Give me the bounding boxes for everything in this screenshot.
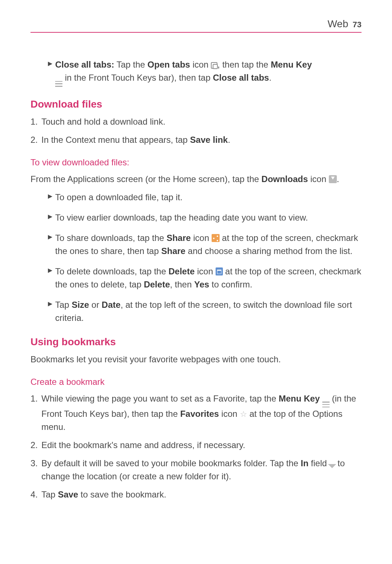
close-all-tabs-action: Close all tabs: [213, 73, 269, 82]
t: By default it will be saved to your mobi…: [41, 458, 301, 468]
t: .: [269, 73, 271, 82]
step-text: While viewing the page you want to set a…: [41, 392, 362, 434]
view-downloaded-heading: To view downloaded files:: [30, 157, 362, 168]
menu-key-label: Menu Key: [271, 60, 312, 69]
header-section: Web: [327, 18, 348, 30]
bookmark-step-2: 2. Edit the bookmark's name and address,…: [30, 439, 362, 452]
save-label: Save: [58, 490, 78, 499]
t: Tap: [41, 490, 58, 499]
bullet-marker-icon: ▶: [48, 265, 55, 291]
close-tabs-text: Close all tabs: Tap the Open tabs icon ,…: [55, 58, 362, 87]
bookmark-step-3: 3. By default it will be saved to your m…: [30, 457, 362, 483]
menu-key-label-2: Menu Key: [279, 394, 320, 403]
step-text: Edit the bookmark's name and address, if…: [41, 439, 362, 452]
share-label: Share: [167, 233, 191, 243]
bookmark-step-1: 1. While viewing the page you want to se…: [30, 392, 362, 434]
t: .: [337, 174, 339, 184]
t: Tap Size or Date, at the top left of the…: [55, 298, 362, 325]
star-icon: ☆: [240, 410, 247, 419]
bullet-marker-icon: ▶: [48, 191, 55, 204]
using-bookmarks-heading: Using bookmarks: [30, 336, 362, 348]
create-bookmark-steps: 1. While viewing the page you want to se…: [30, 392, 362, 501]
t: To share downloads, tap the: [55, 233, 167, 243]
header-page-number: 73: [353, 20, 362, 29]
share-icon: [212, 234, 220, 242]
t: icon: [195, 266, 215, 276]
view-downloaded-bullets: ▶ To open a downloaded file, tap it. ▶ T…: [48, 191, 362, 325]
t: To view earlier downloads, tap the headi…: [55, 211, 362, 224]
t: Tap the: [114, 60, 148, 69]
t: icon: [190, 60, 211, 69]
t: icon: [308, 174, 328, 184]
bullet-share: ▶ To share downloads, tap the Share icon…: [48, 231, 362, 258]
t: icon: [191, 233, 212, 243]
num: 2.: [30, 439, 41, 452]
step-text: Tap Save to save the bookmark.: [41, 488, 362, 501]
bookmarks-intro: Bookmarks let you revisit your favorite …: [30, 353, 362, 366]
num: 1.: [30, 115, 41, 128]
t: , then: [170, 279, 194, 289]
favorites-label: Favorites: [180, 409, 219, 419]
bullet-marker-icon: ▶: [48, 58, 55, 87]
bullet-marker-icon: ▶: [48, 298, 55, 325]
download-steps: 1. Touch and hold a download link. 2. In…: [30, 115, 362, 146]
yes-label: Yes: [194, 279, 209, 289]
t: From the Applications screen (or the Hom…: [30, 174, 261, 184]
size-label: Size: [72, 300, 89, 310]
bullet-delete: ▶ To delete downloads, tap the Delete ic…: [48, 265, 362, 291]
t: In the Context menu that appears, tap: [41, 135, 190, 145]
share-label-2: Share: [161, 246, 185, 256]
step-text: By default it will be saved to your mobi…: [41, 457, 362, 483]
t: Tap: [55, 300, 72, 310]
t: field: [309, 458, 329, 468]
t: to confirm.: [209, 279, 252, 289]
step-text: Touch and hold a download link.: [41, 115, 362, 128]
t: to save the bookmark.: [78, 490, 166, 499]
close-all-tabs-label: Close all tabs:: [55, 60, 114, 69]
step-text: In the Context menu that appears, tap Sa…: [41, 133, 362, 146]
t: icon: [219, 409, 240, 419]
num: 4.: [30, 488, 41, 501]
t: or: [89, 300, 102, 310]
create-bookmark-heading: Create a bookmark: [30, 377, 362, 387]
in-label: In: [301, 458, 309, 468]
delete-icon: [216, 267, 223, 275]
t: and choose a sharing method from the lis…: [185, 246, 352, 256]
save-link-label: Save link: [190, 135, 228, 145]
download-step-1: 1. Touch and hold a download link.: [30, 115, 362, 128]
num: 2.: [30, 133, 41, 146]
bullet-marker-icon: ▶: [48, 211, 55, 224]
delete-label: Delete: [168, 266, 195, 276]
bullet-earlier: ▶ To view earlier downloads, tap the hea…: [48, 211, 362, 224]
t: in the Front Touch Keys bar), then tap: [62, 73, 213, 82]
num: 1.: [30, 392, 41, 434]
t: To share downloads, tap the Share icon a…: [55, 231, 362, 258]
download-files-heading: Download files: [30, 98, 362, 110]
bullet-open-file: ▶ To open a downloaded file, tap it.: [48, 191, 362, 204]
downloads-icon: [329, 175, 337, 183]
open-tabs-label: Open tabs: [147, 60, 190, 69]
downloads-label: Downloads: [261, 174, 308, 184]
date-label: Date: [102, 300, 121, 310]
bullet-marker-icon: ▶: [48, 231, 55, 258]
menu-key-icon: [55, 81, 62, 87]
num: 3.: [30, 457, 41, 483]
page-header: Web 73: [30, 18, 362, 33]
delete-label-2: Delete: [144, 279, 170, 289]
close-tabs-list: ▶ Close all tabs: Tap the Open tabs icon…: [48, 58, 362, 87]
t: To delete downloads, tap the Delete icon…: [55, 265, 362, 291]
t: To delete downloads, tap the: [55, 266, 168, 276]
close-tabs-item: ▶ Close all tabs: Tap the Open tabs icon…: [48, 58, 362, 87]
t: , then tap the: [217, 60, 271, 69]
open-tabs-icon: [211, 62, 217, 69]
manual-page: Web 73 ▶ Close all tabs: Tap the Open ta…: [0, 0, 392, 564]
t: While viewing the page you want to set a…: [41, 394, 279, 403]
t: .: [228, 135, 230, 145]
view-downloaded-intro: From the Applications screen (or the Hom…: [30, 173, 362, 186]
bullet-sort: ▶ Tap Size or Date, at the top left of t…: [48, 298, 362, 325]
menu-key-icon: [322, 402, 330, 407]
bookmark-step-4: 4. Tap Save to save the bookmark.: [30, 488, 362, 501]
t: To open a downloaded file, tap it.: [55, 191, 362, 204]
download-step-2: 2. In the Context menu that appears, tap…: [30, 133, 362, 146]
